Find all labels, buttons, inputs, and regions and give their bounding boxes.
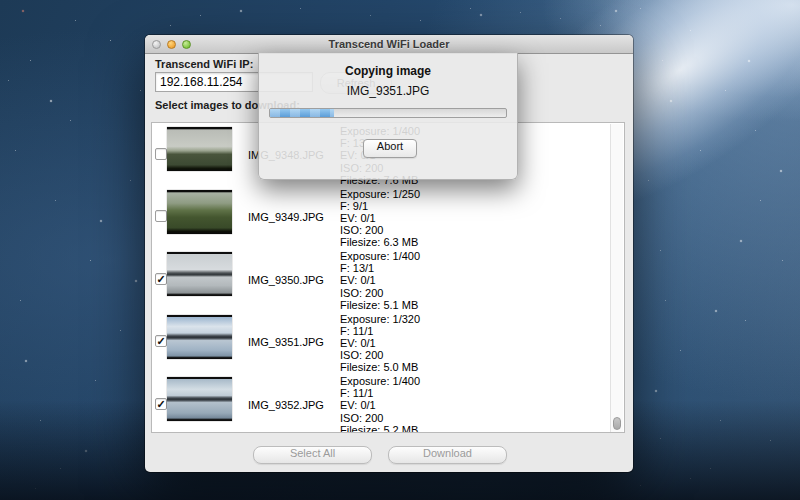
image-filename: IMG_9352.JPG — [248, 399, 324, 411]
wifi-ip-label: Transcend WiFi IP: — [155, 58, 253, 70]
scrollbar[interactable] — [610, 124, 623, 433]
image-thumbnail — [167, 190, 232, 234]
image-thumbnail — [167, 127, 232, 171]
minimize-button[interactable] — [167, 40, 176, 49]
image-thumbnail — [167, 315, 232, 359]
app-window: Transcend WiFi Loader Transcend WiFi IP:… — [145, 35, 633, 472]
dialog-title: Copying image — [259, 64, 517, 78]
traffic-lights — [152, 40, 191, 49]
image-checkbox[interactable] — [155, 148, 167, 160]
image-checkbox[interactable] — [155, 210, 167, 222]
dialog-filename: IMG_9351.JPG — [259, 84, 517, 98]
image-row: ✓ IMG_9350.JPG Exposure: 1/400F: 13/1EV:… — [152, 249, 624, 311]
image-filename: IMG_9349.JPG — [248, 211, 324, 223]
image-row: ✓ IMG_9352.JPG Exposure: 1/400F: 11/1EV:… — [152, 374, 624, 433]
image-checkbox[interactable]: ✓ — [155, 398, 167, 410]
scrollbar-thumb[interactable] — [613, 417, 621, 430]
image-checkbox[interactable]: ✓ — [155, 273, 167, 285]
image-filename: IMG_9350.JPG — [248, 274, 324, 286]
image-metadata: Exposure: 1/400F: 13/1EV: 0/1ISO: 200Fil… — [340, 250, 420, 311]
progress-bar — [269, 108, 507, 118]
window-titlebar[interactable]: Transcend WiFi Loader — [145, 35, 633, 54]
image-metadata: Exposure: 1/400F: 11/1EV: 0/1ISO: 200Fil… — [340, 375, 420, 433]
image-row: IMG_9349.JPG Exposure: 1/250F: 9/1EV: 0/… — [152, 187, 624, 249]
abort-button[interactable]: Abort — [363, 139, 417, 158]
image-filename: IMG_9351.JPG — [248, 336, 324, 348]
window-title: Transcend WiFi Loader — [145, 35, 633, 54]
download-button[interactable]: Download — [388, 446, 507, 464]
select-all-button[interactable]: Select All — [253, 446, 372, 464]
star-field-bright — [0, 0, 2, 2]
progress-bar-fill — [270, 109, 334, 117]
image-row: ✓ IMG_9351.JPG Exposure: 1/320F: 11/1EV:… — [152, 312, 624, 374]
image-thumbnail — [167, 377, 232, 421]
copy-progress-dialog: Copying image IMG_9351.JPG Abort — [258, 53, 518, 180]
image-checkbox[interactable]: ✓ — [155, 335, 167, 347]
image-metadata: Exposure: 1/250F: 9/1EV: 0/1ISO: 200File… — [340, 188, 420, 249]
image-metadata: Exposure: 1/320F: 11/1EV: 0/1ISO: 200Fil… — [340, 313, 420, 374]
zoom-button[interactable] — [182, 40, 191, 49]
image-thumbnail — [167, 252, 232, 296]
close-button[interactable] — [152, 40, 161, 49]
